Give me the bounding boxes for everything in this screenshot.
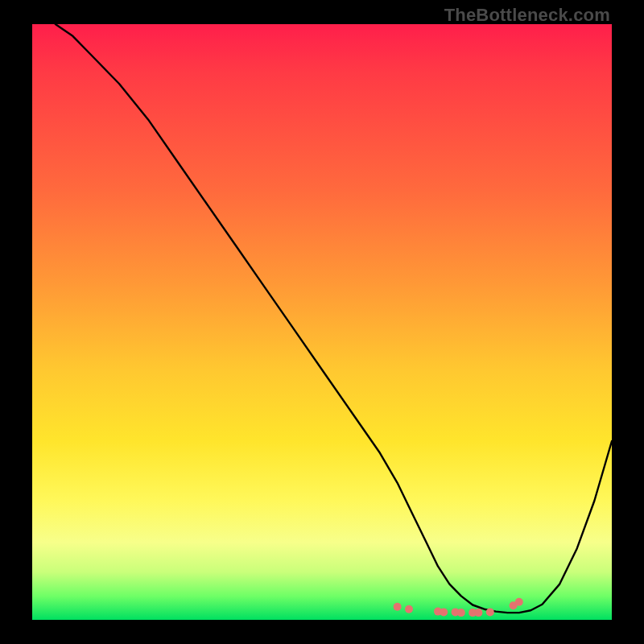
bottleneck-curve: [56, 24, 612, 613]
curve-svg: [32, 24, 612, 620]
marker-dot: [515, 598, 523, 606]
marker-dot: [394, 603, 402, 611]
plot-area: [32, 24, 612, 620]
watermark-text: TheBottleneck.com: [444, 5, 610, 26]
bottom-markers: [394, 598, 523, 617]
marker-dot: [486, 608, 494, 616]
marker-dot: [474, 609, 482, 617]
marker-dot: [457, 609, 465, 617]
marker-dot: [405, 605, 413, 613]
chart-frame: TheBottleneck.com: [0, 0, 644, 644]
marker-dot: [440, 608, 448, 616]
